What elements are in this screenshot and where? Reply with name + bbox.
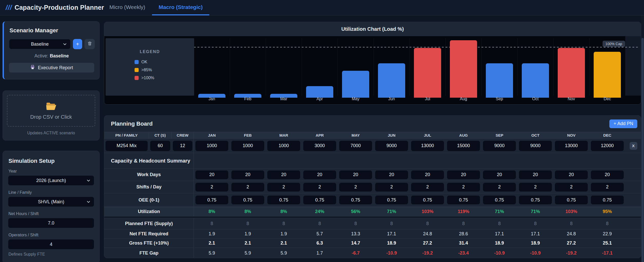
work-days-input-may[interactable]: 20: [339, 170, 372, 179]
legend-label: >85%: [141, 68, 152, 72]
row-label: Net FTE Required: [104, 229, 194, 238]
row-label: Shifts / Day: [104, 181, 194, 193]
fte-gap-value: -10.9: [494, 250, 505, 256]
input-operators-shift[interactable]: 4: [8, 239, 94, 249]
demand-input-sep[interactable]: 9000: [483, 141, 516, 151]
select-line-family[interactable]: SHVL (Main): [8, 197, 94, 207]
utilization-value: 71%: [495, 209, 504, 214]
planned-fte-supply-value: 8: [318, 221, 321, 226]
column-header-oct: OCT: [517, 132, 553, 138]
shifts-day-input-jul[interactable]: 2: [411, 183, 444, 192]
work-days-input-jul[interactable]: 20: [411, 170, 444, 179]
delete-row-button[interactable]: X: [630, 142, 637, 150]
csv-dropzone[interactable]: Drop CSV or Click: [7, 95, 95, 127]
shifts-day-input-oct[interactable]: 2: [519, 183, 552, 192]
work-days-input-feb[interactable]: 20: [231, 170, 264, 179]
oee-0-1-input-feb[interactable]: 0.75: [231, 196, 264, 204]
demand-input-oct[interactable]: 9000: [519, 141, 552, 151]
oee-0-1-input-jun[interactable]: 0.75: [375, 196, 408, 204]
work-days-input-mar[interactable]: 20: [267, 170, 300, 179]
net-fte-required-value: 22.9: [603, 231, 612, 237]
shifts-day-input-may[interactable]: 2: [339, 183, 372, 192]
oee-0-1-input-aug[interactable]: 0.75: [447, 196, 480, 204]
main-tabs: Micro (Weekly)Macro (Strategic): [103, 0, 209, 15]
planning-row: M254 Mix60121000100010003000700090001300…: [104, 139, 641, 153]
add-pn-button[interactable]: + Add PN: [609, 119, 637, 128]
crew-input[interactable]: 12: [173, 141, 192, 151]
tab-macro-strategic[interactable]: Macro (Strategic): [152, 0, 210, 15]
shifts-day-input-mar[interactable]: 2: [267, 183, 300, 192]
shifts-day-input-aug[interactable]: 2: [447, 183, 480, 192]
net-fte-required-value: 1.9: [209, 231, 215, 237]
summary-row-fte-gap: FTE Gap5.95.95.91.7-6.7-10.9-19.2-23.4-1…: [104, 248, 641, 258]
executive-report-button[interactable]: Executive Report: [9, 63, 94, 73]
tab-micro-weekly[interactable]: Micro (Weekly): [103, 0, 152, 15]
fte-gap-value: -23.4: [458, 250, 469, 256]
demand-input-mar[interactable]: 1000: [267, 141, 300, 151]
demand-input-feb[interactable]: 1000: [231, 141, 264, 151]
oee-0-1-input-mar[interactable]: 0.75: [267, 196, 300, 204]
work-days-input-nov[interactable]: 20: [555, 170, 588, 179]
column-header-ct-s: CT (S): [149, 132, 172, 138]
work-days-input-oct[interactable]: 20: [519, 170, 552, 179]
oee-0-1-input-oct[interactable]: 0.75: [519, 196, 552, 204]
pn-family-input[interactable]: M254 Mix: [106, 141, 148, 151]
demand-input-jan[interactable]: 1000: [195, 141, 228, 151]
oee-0-1-input-apr[interactable]: 0.75: [303, 196, 336, 204]
brand: /// Capacity-Production Planner: [6, 4, 104, 12]
delete-scenario-button[interactable]: [84, 39, 95, 49]
oee-0-1-input-may[interactable]: 0.75: [339, 196, 372, 204]
column-header-jul: JUL: [410, 132, 446, 138]
oee-0-1-input-sep[interactable]: 0.75: [483, 196, 516, 204]
select-year[interactable]: 2026 (Launch): [8, 175, 94, 186]
shifts-day-input-dec[interactable]: 2: [591, 183, 624, 192]
page-scrollbar-thumb[interactable]: [641, 38, 644, 262]
demand-input-nov[interactable]: 13000: [555, 141, 588, 151]
planning-column-header: PN / FAMILYCT (S)CREWJANFEBMARAPRMAYJUNJ…: [104, 132, 641, 139]
fte-gap-value: -10.9: [386, 250, 397, 256]
planned-fte-supply-value: 8: [606, 221, 609, 226]
chart-canvas: 100% CapLEGENDOK>85%>100%JanFebMarAprMay…: [104, 36, 641, 105]
demand-input-jul[interactable]: 13000: [411, 141, 444, 151]
shifts-day-input-jan[interactable]: 2: [195, 183, 228, 192]
oee-0-1-input-jul[interactable]: 0.75: [411, 196, 444, 204]
work-days-input-apr[interactable]: 20: [303, 170, 336, 179]
fte-gap-value: -10.9: [530, 250, 541, 256]
chart-bar-oct: [522, 63, 549, 98]
work-days-input-jun[interactable]: 20: [375, 170, 408, 179]
row-label: Gross FTE (+10%): [104, 239, 194, 248]
work-days-input-dec[interactable]: 20: [591, 170, 624, 179]
shifts-day-input-nov[interactable]: 2: [555, 183, 588, 192]
legend-label: OK: [141, 60, 147, 64]
demand-input-may[interactable]: 7000: [339, 141, 372, 151]
work-days-input-jan[interactable]: 20: [195, 170, 228, 179]
work-days-input-aug[interactable]: 20: [447, 170, 480, 179]
demand-input-aug[interactable]: 15000: [447, 141, 480, 151]
demand-input-apr[interactable]: 3000: [303, 141, 336, 151]
column-header-mar: MAR: [266, 132, 302, 138]
shifts-day-input-feb[interactable]: 2: [231, 183, 264, 192]
field-line-family: Line / FamilySHVL (Main): [3, 190, 99, 207]
shifts-day-input-apr[interactable]: 2: [303, 183, 336, 192]
demand-input-jun[interactable]: 9000: [375, 141, 408, 151]
chart-bar-jul: [414, 48, 441, 98]
shifts-day-input-jun[interactable]: 2: [375, 183, 408, 192]
oee-0-1-input-nov[interactable]: 0.75: [555, 196, 588, 204]
scenario-select-value: Baseline: [31, 42, 49, 47]
demand-input-dec[interactable]: 12000: [591, 141, 624, 151]
legend-swatch-icon: [135, 68, 139, 72]
column-header-feb: FEB: [230, 132, 266, 138]
shifts-day-input-sep[interactable]: 2: [483, 183, 516, 192]
chevron-down-icon: [86, 199, 91, 206]
add-scenario-button[interactable]: +: [73, 39, 82, 49]
cycle-time-input[interactable]: 60: [150, 141, 170, 151]
column-header-actions: [625, 132, 641, 138]
chart-month-label: Feb: [230, 97, 266, 101]
work-days-input-sep[interactable]: 20: [483, 170, 516, 179]
input-net-hours-shift[interactable]: 7.0: [8, 218, 94, 228]
chart-bar-nov: [558, 48, 585, 98]
page-scrollbar[interactable]: [641, 15, 644, 262]
oee-0-1-input-dec[interactable]: 0.75: [591, 196, 624, 204]
oee-0-1-input-jan[interactable]: 0.75: [195, 196, 228, 204]
scenario-select[interactable]: Baseline: [9, 39, 71, 49]
